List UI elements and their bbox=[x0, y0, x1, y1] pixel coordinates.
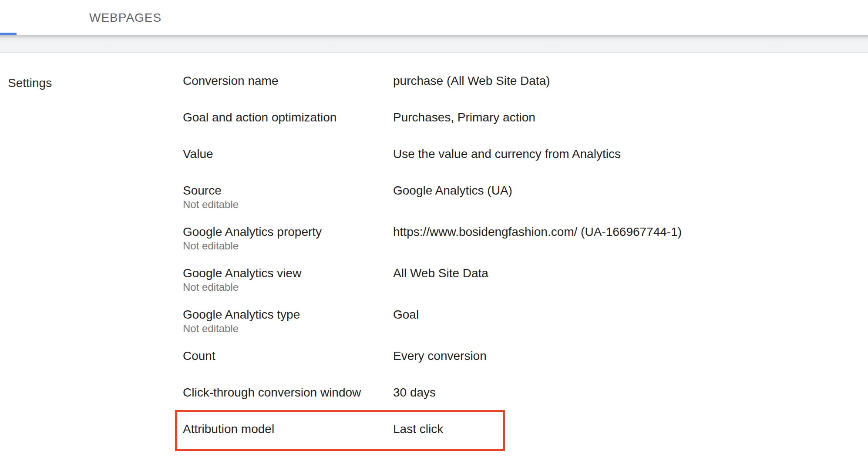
setting-label-cell: Goal and action optimization bbox=[183, 110, 393, 125]
setting-row: Count Every conversion bbox=[183, 349, 851, 363]
setting-label-cell: Attribution model bbox=[183, 422, 393, 437]
setting-value: Use the value and currency from Analytic… bbox=[393, 147, 621, 161]
setting-label: Attribution model bbox=[183, 422, 393, 437]
setting-label: Value bbox=[183, 147, 393, 161]
tab-webpages[interactable]: WEBPAGES bbox=[89, 0, 161, 35]
toolbar-band bbox=[0, 35, 868, 53]
setting-label-cell: Google Analytics property Not editable bbox=[183, 225, 393, 252]
setting-label: Google Analytics property bbox=[183, 225, 393, 239]
tab-webpages-label: WEBPAGES bbox=[89, 11, 161, 25]
screen: WEBPAGES Settings Conversion name purcha… bbox=[0, 0, 868, 437]
setting-label-cell: Conversion name bbox=[183, 74, 393, 88]
setting-label: Click-through conversion window bbox=[183, 385, 393, 400]
setting-row: Goal and action optimization Purchases, … bbox=[183, 110, 851, 125]
setting-value: Google Analytics (UA) bbox=[393, 183, 512, 198]
setting-label-cell: Click-through conversion window bbox=[183, 385, 393, 400]
setting-label-cell: Count bbox=[183, 349, 393, 363]
setting-row: Google Analytics type Not editable Goal bbox=[183, 307, 851, 335]
setting-label: Source bbox=[183, 183, 393, 198]
setting-note: Not editable bbox=[183, 198, 393, 211]
setting-label: Google Analytics type bbox=[183, 307, 393, 322]
active-tab-indicator bbox=[0, 33, 17, 35]
settings-list: Conversion name purchase (All Web Site D… bbox=[183, 74, 851, 437]
setting-row: Google Analytics view Not editable All W… bbox=[183, 266, 851, 294]
setting-value: purchase (All Web Site Data) bbox=[393, 74, 550, 88]
setting-row: Google Analytics property Not editable h… bbox=[183, 225, 851, 252]
setting-row: Source Not editable Google Analytics (UA… bbox=[183, 183, 851, 211]
setting-note: Not editable bbox=[183, 322, 393, 335]
setting-note: Not editable bbox=[183, 239, 393, 252]
setting-row: Conversion name purchase (All Web Site D… bbox=[183, 74, 851, 88]
setting-row: Click-through conversion window 30 days bbox=[183, 385, 851, 400]
setting-value: Goal bbox=[393, 307, 419, 322]
setting-value: Every conversion bbox=[393, 349, 487, 363]
setting-value: https://www.bosidengfashion.com/ (UA-166… bbox=[393, 225, 682, 239]
setting-label-cell: Value bbox=[183, 147, 393, 161]
setting-label-cell: Google Analytics view Not editable bbox=[183, 266, 393, 294]
setting-label-cell: Source Not editable bbox=[183, 183, 393, 211]
setting-value: Last click bbox=[393, 422, 443, 437]
setting-row: Attribution model Last click bbox=[183, 422, 851, 437]
setting-label-cell: Google Analytics type Not editable bbox=[183, 307, 393, 335]
setting-value: Purchases, Primary action bbox=[393, 110, 535, 125]
setting-value: 30 days bbox=[393, 385, 436, 400]
setting-label: Google Analytics view bbox=[183, 266, 393, 281]
setting-row: Value Use the value and currency from An… bbox=[183, 147, 851, 161]
setting-label: Count bbox=[183, 349, 393, 363]
settings-content: Settings Conversion name purchase (All W… bbox=[0, 53, 868, 437]
settings-section-title: Settings bbox=[8, 76, 52, 91]
setting-label: Conversion name bbox=[183, 74, 393, 88]
tab-bar: WEBPAGES bbox=[0, 0, 868, 35]
setting-value: All Web Site Data bbox=[393, 266, 488, 281]
setting-label: Goal and action optimization bbox=[183, 110, 393, 125]
setting-note: Not editable bbox=[183, 281, 393, 294]
